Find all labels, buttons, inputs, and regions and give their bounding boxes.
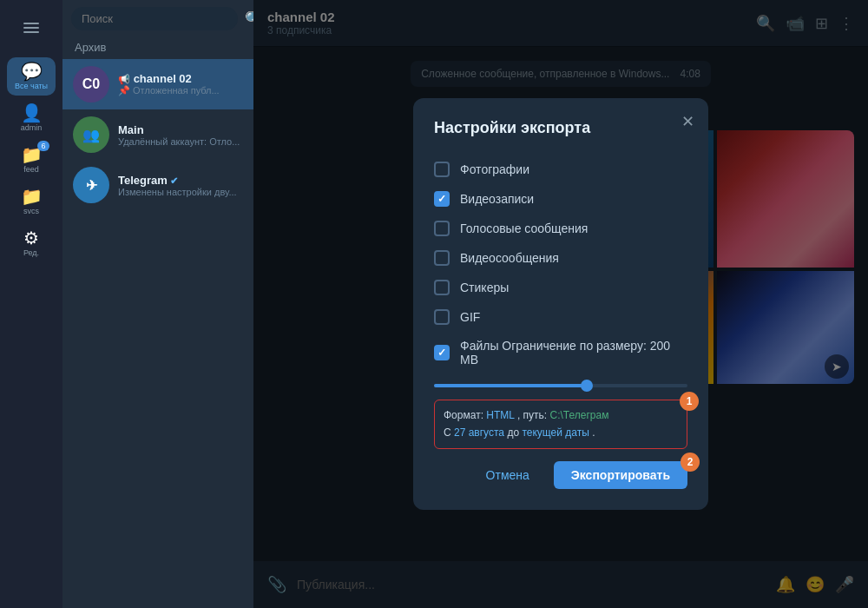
sidebar-item-label: svcs <box>23 207 39 215</box>
stickers-checkbox[interactable] <box>434 280 450 295</box>
chat-preview: Изменены настройки дву... <box>118 187 243 197</box>
step-badge-2: 2 <box>681 453 700 472</box>
checkbox-list: Фотографии Видеозаписи Голосовые сообщен… <box>434 155 687 373</box>
app-container: — □ ✕ 💬 Все чаты 👤 admin 📁 6 feed <box>0 0 868 608</box>
slider-track <box>434 384 687 387</box>
path-value: C:\Телеграм <box>549 409 608 421</box>
chat-item-telegram[interactable]: ✈ Telegram ✔ Изменены настройки дву... <box>62 160 253 210</box>
chat-name: Telegram ✔ <box>118 174 243 187</box>
gif-checkbox[interactable] <box>434 309 450 325</box>
chat-preview: Удалённый аккаунт: Отло... <box>118 136 243 147</box>
videomsg-label: Видеосообщения <box>460 251 559 265</box>
checkbox-stickers: Стикеры <box>434 273 687 302</box>
chat-item-main[interactable]: 👥 Main Удалённый аккаунт: Отло... <box>62 109 253 160</box>
export-date-line: С 27 августа до текущей даты . <box>444 425 678 441</box>
export-button[interactable]: Экспортировать <box>554 461 687 489</box>
export-button-wrap: Экспортировать 2 <box>554 461 687 489</box>
checkbox-videos: Видеозаписи <box>434 184 687 214</box>
channel-icon: 📢 <box>118 74 130 84</box>
sidebar-item-label: Ред. <box>23 248 39 257</box>
search-input[interactable] <box>71 7 238 30</box>
modal-close-button[interactable]: ✕ <box>681 112 694 131</box>
chat-item-channel02[interactable]: C0 📢 channel 02 📌 Отложенная публ... <box>62 59 253 109</box>
format-label: Формат: <box>444 409 483 421</box>
stickers-label: Стикеры <box>460 281 509 294</box>
checkbox-photos: Фотографии <box>434 155 687 184</box>
export-settings-modal: Настройки экспорта ✕ Фотографии Видеозап… <box>413 98 708 509</box>
checkbox-gif: GIF <box>434 302 687 332</box>
checkbox-files: Файлы Ограничение по размеру: 200 MB <box>434 332 687 373</box>
export-format-line: Формат: HTML , путь: C:\Телеграм <box>444 407 678 424</box>
voice-checkbox[interactable] <box>434 221 450 236</box>
voice-label: Голосовые сообщения <box>460 221 588 235</box>
size-slider[interactable] <box>434 384 687 387</box>
telegram-icon: ✈ <box>86 177 97 194</box>
slider-thumb[interactable] <box>581 380 593 392</box>
search-bar: 🔍 <box>62 0 253 37</box>
chat-info-telegram: Telegram ✔ Изменены настройки дву... <box>118 174 243 197</box>
archive-label: Архив <box>62 37 253 59</box>
avatar-telegram: ✈ <box>73 167 109 203</box>
sidebar-item-all-chats[interactable]: 💬 Все чаты <box>7 57 56 96</box>
photos-label: Фотографии <box>460 162 529 176</box>
videomsg-checkbox[interactable] <box>434 250 450 266</box>
cancel-button[interactable]: Отмена <box>476 461 540 489</box>
export-info-box: Формат: HTML , путь: C:\Телеграм С 27 ав… <box>434 400 687 448</box>
period-suffix: . <box>592 426 595 439</box>
files-label: Файлы Ограничение по размеру: 200 MB <box>460 339 687 367</box>
sidebar-item-admin[interactable]: 👤 admin <box>7 99 56 137</box>
avatar-main: 👥 <box>73 116 109 153</box>
modal-title: Настройки экспорта <box>434 119 687 137</box>
checkbox-videomsg: Видеосообщения <box>434 243 687 273</box>
videos-label: Видеозаписи <box>460 192 534 206</box>
date-from-label: С <box>444 426 451 439</box>
path-label: , путь: <box>517 409 547 421</box>
sidebar-item-label: feed <box>23 165 39 174</box>
all-chats-icon: 💬 <box>21 63 43 80</box>
feed-icon-wrap: 📁 6 <box>21 146 43 163</box>
chat-info-channel02: 📢 channel 02 📌 Отложенная публ... <box>118 72 243 96</box>
chat-name: Main <box>118 123 243 136</box>
step-badge-1: 1 <box>680 392 699 411</box>
format-value: HTML <box>486 409 514 421</box>
avatar-channel02: C0 <box>73 66 109 102</box>
edit-icon: ⚙ <box>23 229 39 247</box>
admin-icon: 👤 <box>21 104 43 122</box>
slider-fill <box>434 384 586 387</box>
sidebar-item-label: Все чаты <box>15 82 48 90</box>
chat-list: C0 📢 channel 02 📌 Отложенная публ... 👥 M… <box>62 59 253 608</box>
checkbox-voice: Голосовые сообщения <box>434 214 687 243</box>
chats-panel: 🔍 Архив C0 📢 channel 02 📌 Отложенная пуб… <box>62 0 253 608</box>
videos-checkbox[interactable] <box>434 191 450 207</box>
sidebar-item-feed[interactable]: 📁 6 feed <box>7 141 56 179</box>
feed-badge: 6 <box>37 141 49 151</box>
modal-overlay: Настройки экспорта ✕ Фотографии Видеозап… <box>253 0 868 608</box>
files-checkbox[interactable] <box>434 345 450 360</box>
date-from-value: 27 августа <box>454 426 504 439</box>
sidebar-item-label: admin <box>21 123 43 132</box>
sidebar: 💬 Все чаты 👤 admin 📁 6 feed 📁 svcs ⚙ Ред… <box>0 0 62 608</box>
svcs-icon: 📁 <box>21 188 43 205</box>
sidebar-item-edit[interactable]: ⚙ Ред. <box>7 224 56 262</box>
modal-actions: Отмена Экспортировать 2 <box>434 461 687 489</box>
chat-info-main: Main Удалённый аккаунт: Отло... <box>118 123 243 147</box>
sidebar-menu-button[interactable] <box>7 9 56 47</box>
verified-icon: ✔ <box>170 175 178 186</box>
chat-preview: 📌 Отложенная публ... <box>118 85 243 96</box>
chat-name: 📢 channel 02 <box>118 72 243 85</box>
avatar-icon: 👥 <box>82 127 100 143</box>
date-to-value: текущей даты <box>522 426 589 439</box>
gif-label: GIF <box>460 310 480 324</box>
date-to-label: до <box>507 426 519 439</box>
sidebar-item-svcs[interactable]: 📁 svcs <box>7 182 56 221</box>
chat-main: channel 02 3 подписчика 🔍 📹 ⊞ ⋮ Сложенно… <box>253 0 868 608</box>
photos-checkbox[interactable] <box>434 162 450 177</box>
